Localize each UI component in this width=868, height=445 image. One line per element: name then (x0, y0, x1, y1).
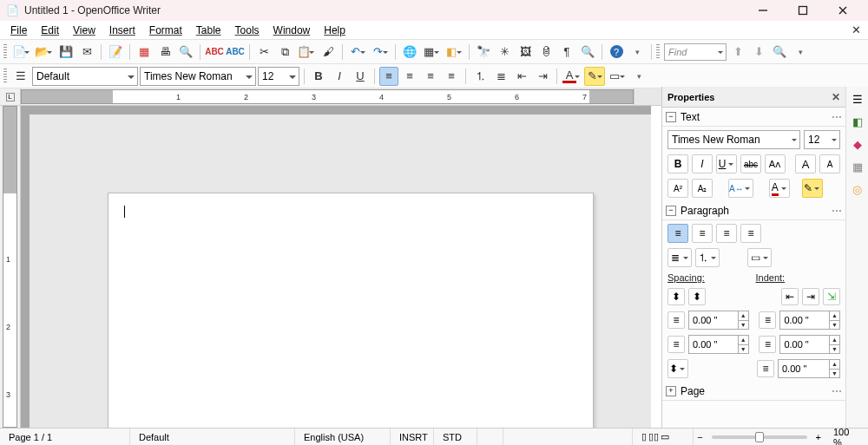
font-color-button[interactable]: A (562, 67, 582, 86)
more-options-button[interactable]: ⋯ (832, 205, 842, 217)
prop-superscript-button[interactable]: A² (667, 179, 688, 198)
prop-align-justify-button[interactable]: ≡ (740, 224, 761, 243)
align-center-button[interactable]: ≡ (400, 67, 419, 86)
styles-window-button[interactable]: ☰ (11, 67, 30, 86)
paragraph-style-combo[interactable]: Default (32, 67, 138, 86)
more-options-button[interactable]: ⋯ (832, 111, 842, 123)
format-paintbrush-button[interactable]: 🖌 (319, 43, 338, 62)
prop-para-bgcolor-button[interactable]: ▭ (747, 248, 772, 267)
below-spacing-spin[interactable]: 0.00 "▲▼ (688, 335, 749, 354)
status-zoom[interactable]: 100 % (825, 429, 868, 445)
cut-button[interactable]: ✂ (254, 43, 273, 62)
menu-insert[interactable]: Insert (102, 23, 142, 38)
menu-edit[interactable]: Edit (34, 23, 66, 38)
zoom-button[interactable]: 🔍 (578, 43, 597, 62)
find-input[interactable]: Find (664, 43, 727, 61)
prop-size-combo[interactable]: 12 (804, 130, 840, 149)
document-close-button[interactable]: ✕ (849, 23, 863, 36)
menu-window[interactable]: Window (266, 23, 318, 38)
decrease-indent-button[interactable]: ⇤ (512, 67, 531, 86)
prop-spacing-button[interactable]: A↔ (728, 179, 753, 198)
gallery-button[interactable]: 🖼 (516, 43, 535, 62)
new-button[interactable]: 📄 (11, 43, 32, 62)
status-insert-mode[interactable]: INSRT (391, 429, 434, 445)
more-options-button[interactable]: ⋯ (832, 385, 842, 397)
text-section-header[interactable]: − Text ⋯ (662, 108, 845, 127)
bold-button[interactable]: B (309, 67, 328, 86)
horizontal-ruler[interactable]: 1 2 3 4 5 6 7 (21, 89, 634, 104)
find-all-button[interactable]: 🔍 (770, 43, 789, 62)
above-spacing-spin[interactable]: 0.00 "▲▼ (688, 311, 749, 330)
save-button[interactable]: 💾 (56, 43, 76, 62)
hyperlink-button[interactable]: 🌐 (400, 43, 419, 62)
help-button[interactable]: ? (607, 43, 626, 62)
increase-spacing-button[interactable]: ⬍ (667, 288, 685, 305)
prop-strike-button[interactable]: abc (740, 154, 761, 173)
menu-help[interactable]: Help (317, 23, 352, 38)
font-size-combo[interactable]: 12 (258, 67, 299, 86)
menu-view[interactable]: View (66, 23, 102, 38)
window-maximize-button[interactable] (783, 0, 823, 21)
prop-align-left-button[interactable]: ≡ (667, 224, 688, 243)
toolbar-overflow-button[interactable]: ▾ (628, 43, 647, 62)
menu-tools[interactable]: Tools (228, 23, 266, 38)
zoom-thumb[interactable] (755, 432, 764, 442)
before-indent-spin[interactable]: 0.00 "▲▼ (779, 311, 840, 330)
zoom-slider[interactable] (712, 435, 807, 439)
prop-font-color-button[interactable]: A (769, 179, 790, 198)
prop-shrink-font-button[interactable]: A (819, 154, 840, 173)
copy-button[interactable]: ⧉ (275, 43, 294, 62)
data-sources-button[interactable]: 🛢 (536, 43, 556, 62)
formatting-overflow-button[interactable]: ▾ (629, 67, 648, 86)
status-selection-mode[interactable]: STD (434, 429, 477, 445)
dock-gallery-button[interactable]: ▦ (849, 158, 866, 175)
prop-align-center-button[interactable]: ≡ (692, 224, 713, 243)
status-page[interactable]: Page 1 / 1 (0, 429, 130, 445)
decrease-spacing-button[interactable]: ⬍ (688, 288, 706, 305)
align-justify-button[interactable]: ≡ (442, 67, 461, 86)
formatting-grip[interactable] (3, 69, 7, 84)
increase-indent-button[interactable]: ⇥ (533, 67, 552, 86)
dock-styles-button[interactable]: ◆ (849, 135, 866, 153)
status-language[interactable]: English (USA) (295, 429, 391, 445)
window-minimize-button[interactable] (743, 0, 783, 21)
underline-button[interactable]: U (351, 67, 370, 86)
document-page[interactable] (108, 193, 594, 428)
menu-table[interactable]: Table (189, 23, 228, 38)
nonprinting-chars-button[interactable]: ¶ (557, 43, 576, 62)
menu-format[interactable]: Format (142, 23, 189, 38)
prop-subscript-button[interactable]: A₂ (692, 179, 713, 198)
dock-properties-button[interactable]: ◧ (849, 113, 866, 130)
zoom-in-button[interactable]: + (812, 429, 825, 445)
properties-close-button[interactable]: ✕ (832, 91, 840, 103)
prop-grow-font-button[interactable]: A (795, 154, 816, 173)
after-indent-spin[interactable]: 0.00 "▲▼ (779, 335, 840, 354)
toolbar-grip[interactable] (3, 44, 7, 60)
export-pdf-button[interactable]: ▦ (135, 43, 154, 62)
align-left-button[interactable]: ≡ (379, 67, 398, 86)
vertical-ruler[interactable]: 1 2 3 (0, 106, 21, 428)
italic-button[interactable]: I (330, 67, 349, 86)
background-color-button[interactable]: ▭ (607, 67, 628, 86)
find-prev-button[interactable]: ⬆ (728, 43, 747, 62)
prop-bullet-list-button[interactable]: ≣ (667, 248, 692, 267)
numbered-list-button[interactable]: ⒈ (470, 67, 490, 86)
sidebar-settings-button[interactable]: ☰ (849, 90, 866, 108)
show-draw-functions-button[interactable]: ◧ (444, 43, 464, 62)
auto-spellcheck-button[interactable]: ABC (226, 43, 245, 62)
find-next-button[interactable]: ⬇ (749, 43, 768, 62)
align-right-button[interactable]: ≡ (421, 67, 440, 86)
zoom-out-button[interactable]: − (694, 429, 706, 445)
firstline-indent-spin[interactable]: 0.00 "▲▼ (778, 359, 840, 378)
prop-italic-button[interactable]: I (692, 154, 713, 173)
prop-align-right-button[interactable]: ≡ (716, 224, 737, 243)
highlight-color-button[interactable]: ✎ (584, 67, 605, 86)
increase-indent-button[interactable]: ⇥ (802, 288, 819, 305)
find-toolbar-grip[interactable] (656, 44, 660, 60)
line-spacing-button[interactable]: ⬍ (667, 359, 688, 378)
prop-highlight-button[interactable]: ✎ (802, 179, 823, 198)
print-preview-button[interactable]: 🔍 (176, 43, 195, 62)
font-name-combo[interactable]: Times New Roman (140, 67, 256, 86)
menu-file[interactable]: File (3, 23, 34, 38)
print-button[interactable]: 🖶 (155, 43, 174, 62)
